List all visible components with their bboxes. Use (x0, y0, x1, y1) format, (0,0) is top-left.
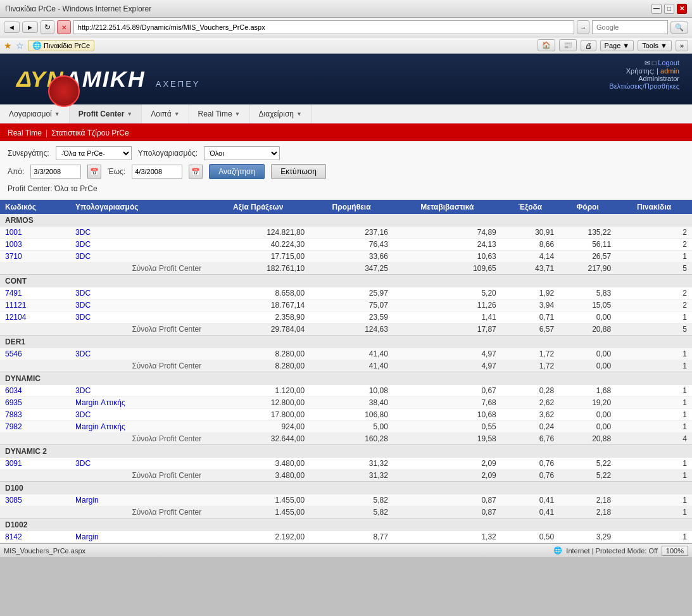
tools-button[interactable]: Tools ▼ (638, 40, 672, 51)
nav-label-other: Λοιπά (151, 110, 171, 118)
feeds-button[interactable]: 📰 (559, 39, 577, 51)
cell-sub[interactable]: 3DC (70, 251, 206, 263)
cell-code[interactable]: 8142 (0, 531, 70, 543)
cell-code[interactable]: 7491 (0, 287, 70, 299)
cell-meta: 1,41 (393, 311, 501, 324)
go-button[interactable]: → (577, 20, 589, 34)
cell-sub[interactable]: 3DC (70, 458, 206, 470)
cell-code[interactable]: 3085 (0, 494, 70, 506)
cell-meta: 2,09 (393, 458, 501, 470)
cell-exoda: 1,92 (501, 287, 559, 299)
cell-code[interactable]: 5546 (0, 348, 70, 360)
maximize-button[interactable]: □ (664, 4, 674, 14)
breadcrumb-item-0: Real Time (8, 129, 42, 137)
nav-item-realtime[interactable]: Real Time ▼ (189, 104, 250, 123)
settings-link[interactable]: Βελτιώσεις/Προσθήκες (609, 82, 679, 90)
subtotal-axia: 3.480,00 (206, 470, 310, 482)
page-wrapper: ΔΥΝΑΜΙΚΗ ΑΧΕΠΕΥ ✉ □ Logout Χρήστης: | ad… (0, 54, 692, 557)
cell-code[interactable]: 3091 (0, 458, 70, 470)
to-calendar-button[interactable]: 📅 (189, 165, 203, 179)
subtotal-row: Σύνολα Profit Center 182.761,10 347,25 1… (0, 263, 692, 275)
cell-code[interactable]: 6935 (0, 397, 70, 409)
col-header-foroi: Φόροι (559, 200, 616, 214)
group-name: D100 (0, 482, 692, 495)
cell-axia: 12.800,00 (206, 397, 310, 409)
home-button[interactable]: 🏠 (538, 39, 555, 51)
user-info: ✉ □ Logout Χρήστης: | admin Administrato… (609, 59, 679, 90)
page-button[interactable]: Page ▼ (600, 40, 634, 51)
cell-meta: 11,26 (393, 299, 501, 311)
nav-label-profit-center: Profit Center (79, 110, 125, 118)
print-browser-button[interactable]: 🖨 (581, 40, 596, 51)
close-button[interactable]: ✕ (677, 4, 687, 14)
subtotal-pin: 1 (616, 360, 692, 372)
cell-exoda: 0,71 (501, 311, 559, 324)
agent-select[interactable]: -Όλα τα PrCe- (56, 146, 132, 160)
minimize-button[interactable]: — (651, 4, 662, 14)
cell-foroi: 15,05 (559, 299, 616, 311)
cell-code[interactable]: 7883 (0, 409, 70, 421)
cell-code[interactable]: 12104 (0, 311, 70, 324)
nav-item-profit-center[interactable]: Profit Center ▼ (70, 104, 142, 123)
subtotal-foroi: 2,18 (559, 506, 616, 519)
form-area: Συνεργάτης: -Όλα τα PrCe- Υπολογαριασμός… (0, 141, 692, 200)
account-select[interactable]: Όλοι (204, 146, 280, 160)
cell-sub[interactable]: 3DC (70, 409, 206, 421)
cell-exoda: 2,62 (501, 397, 559, 409)
print-button[interactable]: Εκτύπωση (271, 164, 326, 179)
cell-code[interactable]: 1001 (0, 227, 70, 239)
cell-foroi: 3,29 (559, 531, 616, 543)
group-name: DYNAMIC (0, 372, 692, 386)
cell-sub[interactable]: 3DC (70, 287, 206, 299)
cell-axia: 40.224,30 (206, 239, 310, 251)
cell-sub[interactable]: Margin (70, 494, 206, 506)
refresh-button[interactable]: ↻ (41, 20, 54, 34)
search-button[interactable]: 🔍 (670, 22, 688, 34)
search-input[interactable] (592, 20, 668, 34)
zoom-badge[interactable]: 100% (662, 546, 688, 556)
cell-sub[interactable]: 3DC (70, 385, 206, 397)
group-name: ARMOS (0, 214, 692, 227)
form-row-2: Από: 📅 Έως: 📅 Αναζήτηση Εκτύπωση (8, 164, 684, 179)
cell-code[interactable]: 3710 (0, 251, 70, 263)
subtotal-empty (0, 470, 70, 482)
back-button[interactable]: ◄ (4, 22, 20, 33)
cell-sub[interactable]: 3DC (70, 239, 206, 251)
cell-sub[interactable]: Margin (70, 531, 206, 543)
to-date-input[interactable] (132, 165, 182, 179)
cell-prom: 25,97 (310, 287, 393, 299)
logout-link[interactable]: Logout (658, 59, 679, 66)
stop-button[interactable]: ✕ (57, 20, 71, 34)
breadcrumb-item-1: Στατιστικά Τζίρου PrCe (51, 129, 129, 137)
cell-sub[interactable]: 3DC (70, 348, 206, 360)
account-label: Υπολογαριασμός: (138, 149, 198, 158)
nav-item-accounts[interactable]: Λογαριασμοί ▼ (0, 104, 70, 123)
subtotal-pin: 4 (616, 433, 692, 445)
table-container: Κωδικός Υπολογαριασμός Αξία Πράξεων Προμ… (0, 200, 692, 543)
cell-sub[interactable]: Margin Αττικής (70, 421, 206, 433)
cell-sub[interactable]: 3DC (70, 311, 206, 324)
cell-code[interactable]: 11121 (0, 299, 70, 311)
col-header-prom: Προμήθεια (310, 200, 393, 214)
group-name: CONT (0, 275, 692, 288)
address-bar[interactable] (73, 20, 574, 34)
cell-exoda: 3,94 (501, 299, 559, 311)
cell-code[interactable]: 7982 (0, 421, 70, 433)
from-calendar-button[interactable]: 📅 (87, 165, 101, 179)
subtotal-row: Σύνολα Profit Center 3.480,00 31,32 2,09… (0, 470, 692, 482)
extend-button[interactable]: » (676, 40, 688, 51)
cell-sub[interactable]: 3DC (70, 227, 206, 239)
from-date-input[interactable] (30, 165, 81, 179)
search-button[interactable]: Αναζήτηση (209, 164, 265, 179)
cell-sub[interactable]: Margin Αττικής (70, 397, 206, 409)
cell-sub[interactable]: 3DC (70, 299, 206, 311)
cell-code[interactable]: 1003 (0, 239, 70, 251)
cell-code[interactable]: 6034 (0, 385, 70, 397)
subtotal-empty (0, 360, 70, 372)
cell-foroi: 19,20 (559, 397, 616, 409)
forward-button[interactable]: ► (22, 22, 38, 33)
nav-item-other[interactable]: Λοιπά ▼ (142, 104, 189, 123)
favorites-tab[interactable]: 🌐 Πινακίδια PrCe (28, 40, 94, 51)
nav-item-admin[interactable]: Διαχείριση ▼ (250, 104, 311, 123)
subtotal-exoda: 1,72 (501, 360, 559, 372)
